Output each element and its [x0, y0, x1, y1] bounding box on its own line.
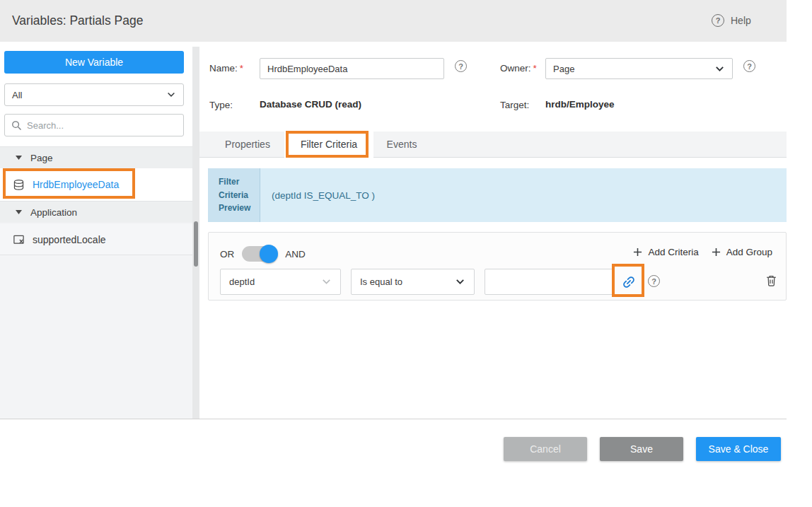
plus-icon: [712, 247, 721, 257]
tab-events[interactable]: Events: [373, 132, 430, 157]
tab-filter-criteria[interactable]: Filter Criteria: [284, 132, 373, 158]
sidebar-scrollbar-track[interactable]: [192, 47, 199, 419]
chevron-down-icon: [455, 276, 465, 287]
chevron-down-icon: [714, 64, 725, 74]
caret-down-icon: [16, 210, 22, 214]
variable-filter-value: All: [12, 90, 166, 100]
sidebar-item-label: supportedLocale: [33, 234, 106, 245]
database-icon: [13, 179, 25, 191]
owner-help-icon[interactable]: [743, 60, 755, 72]
criteria-value-input[interactable]: [485, 269, 615, 295]
filter-preview-value: (deptId IS_EQUAL_TO ): [260, 168, 787, 222]
type-label: Type:: [209, 100, 233, 110]
new-variable-button[interactable]: New Variable: [4, 51, 184, 74]
criteria-actions: Add Criteria Add Group: [633, 247, 772, 257]
search-icon: [11, 120, 22, 131]
help-icon: [712, 14, 724, 27]
bind-variable-button[interactable]: [621, 274, 637, 290]
sidebar-item-hrdbemployeedata[interactable]: HrdbEmployeeData: [0, 168, 192, 201]
field-value: deptId: [229, 276, 321, 287]
help-button[interactable]: Help: [712, 14, 751, 27]
and-label: AND: [285, 249, 306, 260]
owner-label: Owner:*: [500, 63, 537, 74]
variable-detail-panel: Name:* Owner:* Page Type: Database CRUD …: [199, 47, 787, 419]
criteria-help-icon[interactable]: [648, 275, 660, 287]
required-asterisk: *: [240, 63, 243, 74]
or-label: OR: [220, 249, 234, 260]
add-criteria-button[interactable]: Add Criteria: [633, 247, 698, 257]
add-group-button[interactable]: Add Group: [712, 247, 772, 257]
filter-preview-label: Filter Criteria Preview: [208, 168, 260, 222]
sidebar-section-application[interactable]: Application: [0, 201, 192, 223]
name-label: Name:*: [209, 63, 243, 74]
operator-value: Is equal to: [360, 276, 455, 287]
target-value: hrdb/Employee: [545, 99, 615, 110]
toggle-knob: [260, 245, 278, 263]
section-label: Application: [30, 207, 77, 218]
variables-sidebar: New Variable All Page: [0, 47, 192, 419]
operator-select[interactable]: Is equal to: [351, 269, 475, 295]
owner-select[interactable]: Page: [545, 58, 733, 79]
search-input[interactable]: [27, 120, 177, 131]
tab-properties[interactable]: Properties: [211, 132, 284, 157]
name-input[interactable]: [260, 58, 444, 79]
sidebar-item-label: HrdbEmployeeData: [33, 179, 119, 190]
trash-icon: [765, 274, 778, 288]
dialog-header: Variables: Partials Page Help: [0, 0, 787, 42]
footer-divider: [0, 419, 787, 419]
page-title: Variables: Partials Page: [12, 13, 143, 28]
variables-dialog: Variables: Partials Page Help New Variab…: [0, 0, 812, 507]
variable-icon: [13, 233, 25, 245]
plus-icon: [633, 247, 642, 257]
cancel-button[interactable]: Cancel: [504, 437, 587, 461]
chevron-down-icon: [321, 276, 332, 287]
sidebar-controls: New Variable All: [0, 47, 192, 146]
search-box: [4, 114, 184, 136]
save-button[interactable]: Save: [600, 437, 683, 461]
section-label: Page: [30, 153, 53, 163]
owner-value: Page: [553, 64, 714, 74]
criteria-panel: OR AND Add Criteria Add Group: [208, 232, 787, 301]
save-close-button[interactable]: Save & Close: [696, 437, 781, 461]
sidebar-section-page[interactable]: Page: [0, 146, 192, 168]
or-and-toggle[interactable]: [242, 246, 277, 262]
sidebar-scrollbar-thumb[interactable]: [194, 221, 198, 267]
sidebar-item-supportedlocale[interactable]: supportedLocale: [0, 224, 192, 255]
caret-down-icon: [16, 156, 22, 160]
target-label: Target:: [500, 100, 529, 110]
logic-toggle-group: OR AND: [220, 246, 306, 262]
type-value: Database CRUD (read): [260, 99, 361, 110]
tab-bar: Properties Filter Criteria Events: [199, 132, 787, 158]
link-icon: [617, 271, 639, 293]
variable-filter-select[interactable]: All: [4, 83, 184, 106]
field-select[interactable]: deptId: [220, 269, 341, 295]
help-label: Help: [731, 15, 751, 26]
required-asterisk: *: [533, 63, 537, 74]
filter-criteria-preview: Filter Criteria Preview (deptId IS_EQUAL…: [208, 168, 787, 222]
name-help-icon[interactable]: [455, 60, 467, 72]
chevron-down-icon: [166, 90, 176, 100]
delete-criteria-button[interactable]: [765, 274, 778, 288]
